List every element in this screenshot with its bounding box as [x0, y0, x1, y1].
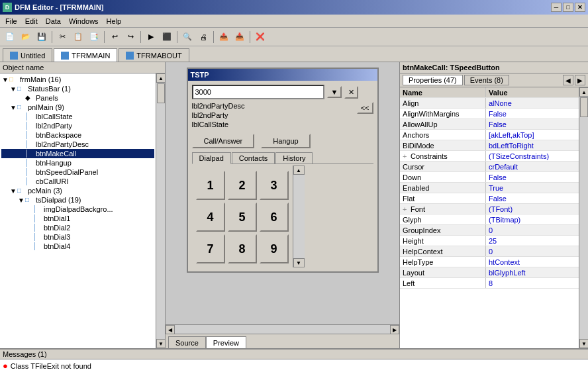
- close-button[interactable]: ✕: [575, 3, 585, 12]
- tree-item-statusbar[interactable]: ▼ □ StatusBar (1): [1, 84, 154, 93]
- tree-scroll-down[interactable]: ▼: [156, 339, 165, 348]
- prop-nav-left[interactable]: ◀: [563, 75, 573, 85]
- tab-dialpad[interactable]: Dialpad: [192, 152, 231, 164]
- tab-tfrmabout[interactable]: TFRMABOUT: [119, 48, 189, 62]
- prop-row-height[interactable]: Height 25: [400, 236, 579, 246]
- source-tab[interactable]: Source: [168, 336, 206, 348]
- tree-item-pnlmain[interactable]: ▼ □ pnlMain (9): [1, 103, 154, 112]
- expand-pnlmain[interactable]: ▼: [9, 104, 17, 111]
- prop-row-helptype[interactable]: HelpType htContext: [400, 257, 579, 267]
- designer-hscroll[interactable]: ◀ ▶: [166, 324, 399, 334]
- menu-data[interactable]: Data: [42, 16, 65, 26]
- expand-frmmain[interactable]: ▼: [1, 76, 9, 83]
- call-answer-btn[interactable]: Call/Answer: [192, 134, 255, 148]
- menu-help[interactable]: Help: [103, 16, 126, 26]
- prop-row-font[interactable]: + Font (TFont): [400, 204, 579, 214]
- prop-row-glyph[interactable]: Glyph (TBitmap): [400, 214, 579, 225]
- dropdown-btn[interactable]: ▼: [327, 86, 342, 98]
- tree-scroll-track[interactable]: [156, 83, 165, 339]
- prop-row-layout[interactable]: Layout blGlyphLeft: [400, 267, 579, 278]
- prop-row-left[interactable]: Left 8: [400, 278, 579, 289]
- hangup-btn[interactable]: Hangup: [261, 134, 311, 148]
- dial-8[interactable]: 8: [228, 234, 257, 263]
- toolbar-download[interactable]: 📥: [232, 30, 247, 44]
- tree-item-btnspeeddial[interactable]: │ btnSpeedDialPanel: [1, 167, 154, 177]
- dial-7[interactable]: 7: [196, 234, 225, 263]
- prop-scroll-down[interactable]: ▼: [579, 339, 588, 348]
- toolbar-undo[interactable]: ↩: [107, 30, 122, 44]
- tree-scroll-thumb[interactable]: [157, 83, 165, 103]
- prop-row-anchors[interactable]: Anchors [akLeft,akTop]: [400, 130, 579, 140]
- tree-item-btndial3[interactable]: │ btnDial3: [1, 232, 154, 242]
- prop-scroll-up[interactable]: ▲: [579, 87, 588, 97]
- toolbar-copy[interactable]: 📋: [71, 30, 85, 44]
- preview-tab[interactable]: Preview: [206, 336, 246, 348]
- dial-4[interactable]: 4: [196, 203, 225, 232]
- tree-item-btnbackspace[interactable]: │ btnBackspace: [1, 130, 154, 140]
- prop-row-flat[interactable]: Flat False: [400, 193, 579, 204]
- prop-row-allowallup[interactable]: AllowAllUp False: [400, 119, 579, 130]
- form-designer-scroll[interactable]: TSTP ▼ ✕ lbl2ndPartyDesc: [166, 62, 399, 324]
- toolbar-new[interactable]: 📄: [3, 30, 17, 44]
- tree-item-btndial4[interactable]: │ btnDial4: [1, 242, 154, 251]
- menu-edit[interactable]: Edit: [21, 16, 42, 26]
- hscroll-right[interactable]: ▶: [390, 325, 399, 334]
- tree-item-btnmakecall[interactable]: │ btnMakeCall: [1, 149, 154, 158]
- toolbar-print[interactable]: 🖨: [196, 30, 211, 44]
- tree-scroll-up[interactable]: ▲: [156, 73, 165, 83]
- tab-history[interactable]: History: [275, 152, 313, 164]
- object-tree-area[interactable]: ▼ □ frmMain (16) ▼ □ StatusBar (1) ◆ Pan…: [0, 73, 156, 348]
- menu-windows[interactable]: Windows: [65, 16, 103, 26]
- prop-row-bidimode[interactable]: BiDiMode bdLeftToRight: [400, 140, 579, 151]
- tree-item-lblcallstate[interactable]: │ lblCallState: [1, 112, 154, 121]
- close-x-btn[interactable]: ✕: [344, 86, 358, 99]
- expand-statusbar[interactable]: ▼: [9, 85, 17, 93]
- tab-untitled[interactable]: Untitled: [3, 48, 52, 62]
- minimize-button[interactable]: ─: [551, 3, 562, 12]
- prop-vscroll[interactable]: ▲ ▼: [579, 87, 588, 348]
- toolbar-open[interactable]: 📂: [19, 30, 33, 44]
- toolbar-redo[interactable]: ↪: [123, 30, 138, 44]
- dial-6[interactable]: 6: [260, 203, 289, 232]
- tree-item-frmmain[interactable]: ▼ □ frmMain (16): [1, 75, 154, 84]
- dial-5[interactable]: 5: [228, 203, 257, 232]
- toolbar-close[interactable]: ❌: [253, 30, 268, 44]
- tab-properties[interactable]: Properties (47): [403, 75, 463, 85]
- tree-item-panels[interactable]: ◆ Panels: [1, 93, 154, 103]
- hscroll-track[interactable]: [175, 325, 390, 334]
- tree-item-imgdialpad[interactable]: │ imgDialpadBackgro...: [1, 205, 154, 214]
- tree-item-tsdialpad[interactable]: ▼ □ tsDialpad (19): [1, 195, 154, 205]
- tree-vscroll[interactable]: ▲ ▼: [156, 73, 165, 348]
- prop-row-alignwithmargins[interactable]: AlignWithMargins False: [400, 109, 579, 119]
- tree-item-lbl2ndpartydesc[interactable]: │ lbl2ndPartyDesc: [1, 140, 154, 149]
- tab-events[interactable]: Events (8): [464, 75, 509, 85]
- prop-row-enabled[interactable]: Enabled True: [400, 183, 579, 193]
- prop-row-cursor[interactable]: Cursor crDefault: [400, 162, 579, 172]
- tree-item-cbcalluri[interactable]: │ cbCallURI: [1, 177, 154, 186]
- toolbar-paste[interactable]: 📑: [87, 30, 101, 44]
- dial-3[interactable]: 3: [260, 171, 289, 200]
- expand-pcmain[interactable]: ▼: [9, 187, 17, 195]
- expand-tsdialpad[interactable]: ▼: [17, 197, 25, 204]
- menu-file[interactable]: File: [1, 16, 21, 26]
- toolbar-upload[interactable]: 📤: [217, 30, 231, 44]
- toolbar-stop[interactable]: ⬛: [160, 30, 174, 44]
- dial-9[interactable]: 9: [260, 234, 289, 263]
- phone-input[interactable]: [192, 85, 324, 99]
- maximize-button[interactable]: □: [563, 3, 573, 12]
- backspace-btn[interactable]: <<: [357, 102, 373, 114]
- hscroll-left[interactable]: ◀: [166, 325, 175, 334]
- tree-item-btndial2[interactable]: │ btnDial2: [1, 223, 154, 232]
- toolbar-save[interactable]: 💾: [34, 30, 49, 44]
- prop-scroll-thumb[interactable]: [580, 97, 588, 117]
- dial-2[interactable]: 2: [228, 171, 257, 200]
- tree-item-btnhangup[interactable]: │ btnHangup: [1, 158, 154, 167]
- prop-row-helpcontext[interactable]: HelpContext 0: [400, 246, 579, 257]
- dialpad-scroll-down[interactable]: ▼: [293, 258, 305, 267]
- prop-row-groupindex[interactable]: GroupIndex 0: [400, 225, 579, 236]
- toolbar-search[interactable]: 🔍: [180, 30, 195, 44]
- dial-1[interactable]: 1: [196, 171, 225, 200]
- tree-item-lbl2ndparty[interactable]: │ lbl2ndParty: [1, 121, 154, 130]
- toolbar-cut[interactable]: ✂: [55, 30, 70, 44]
- tree-item-btndial1[interactable]: │ btnDial1: [1, 214, 154, 223]
